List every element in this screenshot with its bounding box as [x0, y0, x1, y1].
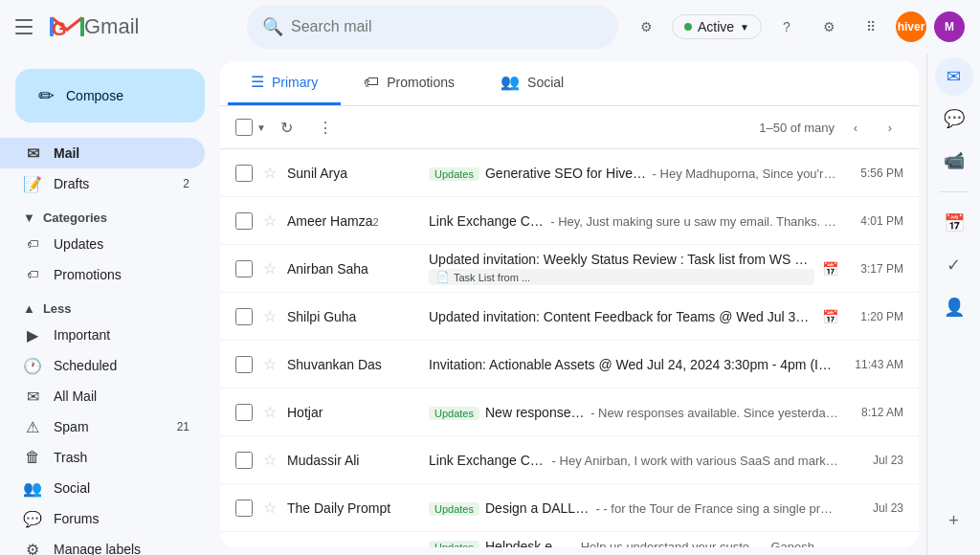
sidebar-item-mail[interactable]: ✉ Mail [0, 138, 205, 168]
active-status[interactable]: Active ▼ [672, 14, 762, 39]
sidebar-item-label: Manage labels [54, 542, 141, 555]
tab-promotions[interactable]: 🏷 Promotions [341, 62, 478, 105]
email-sender: Ameer Hamza2 [287, 213, 421, 229]
email-row[interactable]: ☆ Ameer Hamza2 Link Exchange Collaborati… [220, 197, 919, 245]
email-subject: Invitation: Actionable Assets @ Wed Jul … [429, 357, 838, 372]
email-time: 5:56 PM [846, 166, 903, 180]
email-row[interactable]: ☆ Hotjar Updates New responses available… [220, 388, 919, 436]
row-checkbox[interactable] [235, 260, 253, 278]
sidebar-item-label: Trash [54, 450, 87, 465]
sidebar-item-trash[interactable]: 🗑 Trash [0, 442, 205, 473]
compose-button[interactable]: ✏ Compose [15, 69, 205, 122]
email-time: 3:17 PM [846, 262, 903, 276]
email-subject: Updated invitation: Content Feedback for… [429, 309, 814, 324]
rp-tasks-icon[interactable]: ✓ [935, 246, 973, 284]
row-checkbox[interactable] [235, 452, 253, 469]
email-content-line: Updates New responses available. - New r… [429, 405, 838, 420]
email-sender: Shuvankan Das [287, 357, 421, 372]
settings-icon[interactable]: ⚙ [812, 10, 846, 44]
sidebar-item-updates[interactable]: 🏷 Updates [0, 229, 205, 259]
email-row[interactable]: ☆ Sunil Arya Updates Generative SEO for … [220, 149, 919, 197]
more-options-button[interactable]: ⋮ [308, 110, 343, 144]
email-preview: - Hey, Just making sure u saw my email. … [550, 214, 838, 229]
email-row[interactable]: ☆ Shuvankan Das Invitation: Actionable A… [220, 341, 919, 388]
email-content: Updates New responses available. - New r… [429, 399, 838, 426]
chevron-down-icon: ▼ [23, 211, 35, 225]
rp-mail-icon[interactable]: ✉ [935, 57, 973, 96]
row-checkbox[interactable] [235, 500, 253, 517]
star-icon[interactable]: ☆ [260, 307, 279, 326]
star-icon[interactable]: ☆ [260, 451, 279, 470]
sidebar-item-social[interactable]: 👥 Social [0, 473, 205, 503]
search-bar[interactable]: 🔍 [247, 5, 618, 49]
row-checkbox[interactable] [235, 547, 253, 548]
user-avatar[interactable]: M [934, 11, 965, 42]
help-icon[interactable]: ? [769, 10, 804, 44]
doc-icon: 📄 [436, 271, 450, 283]
email-time: Jul 23 [846, 501, 903, 515]
sidebar-item-allmail[interactable]: ✉ All Mail [0, 381, 205, 411]
email-tag: Updates [429, 167, 479, 181]
drafts-count: 2 [183, 177, 189, 190]
compose-icon: ✏ [38, 84, 55, 107]
row-checkbox[interactable] [235, 356, 253, 373]
apps-icon[interactable]: ⠿ [854, 10, 888, 44]
tab-social[interactable]: 👥 Social [478, 61, 587, 105]
row-checkbox[interactable] [235, 212, 253, 230]
email-content: Updates Helpdesk efficien... - Help us u… [429, 533, 838, 547]
email-sender: Shilpi Guha [287, 309, 421, 324]
email-row[interactable]: ☆ Shilpi Guha Updated invitation: Conten… [220, 293, 919, 341]
sidebar: ✏ Compose ✉ Mail 📝 Drafts 2 ▼ Categories… [0, 54, 220, 555]
refresh-button[interactable]: ↻ [270, 110, 304, 144]
spam-count: 21 [177, 420, 189, 433]
rp-calendar-icon[interactable]: 📅 [935, 204, 973, 242]
star-icon[interactable]: ☆ [260, 164, 279, 183]
hiver-avatar[interactable]: hiver [896, 11, 926, 42]
less-section[interactable]: ▲ Less [0, 294, 220, 320]
email-row[interactable]: ☆ The Daily Prompt Updates Design a DALL… [220, 484, 919, 532]
email-content-line: Invitation: Actionable Assets @ Wed Jul … [429, 357, 838, 372]
row-checkbox[interactable] [235, 308, 253, 325]
categories-section[interactable]: ▼ Categories [0, 203, 220, 229]
sidebar-item-drafts[interactable]: 📝 Drafts 2 [0, 168, 205, 199]
email-row[interactable]: ☆ Anirban Saha Updated invitation: Weekl… [220, 245, 919, 293]
sidebar-item-scheduled[interactable]: 🕐 Scheduled [0, 350, 205, 381]
sidebar-item-forums[interactable]: 💬 Forums [0, 503, 205, 534]
select-dropdown-icon[interactable]: ▼ [256, 122, 266, 133]
email-row[interactable]: ☆ Ganesh Mukundan (Go. Updates Helpdesk … [220, 532, 919, 547]
rp-contacts-icon[interactable]: 👤 [935, 288, 973, 326]
email-sender: Mudassir Ali [287, 453, 421, 468]
sidebar-item-manage-labels[interactable]: ⚙ Manage labels [0, 534, 205, 555]
next-page-button[interactable]: › [877, 114, 903, 141]
star-icon[interactable]: ☆ [260, 259, 279, 278]
email-time: Jul 23 [846, 454, 903, 467]
star-icon[interactable]: ☆ [260, 546, 279, 548]
star-icon[interactable]: ☆ [260, 403, 279, 422]
tab-primary[interactable]: ☰ Primary [228, 61, 341, 105]
email-row[interactable]: ☆ Mudassir Ali Link Exchange Collaborati… [220, 436, 919, 484]
email-tag: Updates [429, 541, 479, 547]
trash-icon: 🗑 [23, 448, 42, 467]
chevron-up-icon: ▲ [23, 301, 35, 316]
star-icon[interactable]: ☆ [260, 211, 279, 231]
sidebar-item-spam[interactable]: ⚠ Spam 21 [0, 411, 205, 442]
rp-meet-icon[interactable]: 📹 [935, 142, 973, 180]
promo-icon: 🏷 [23, 265, 42, 284]
spam-icon: ⚠ [23, 417, 42, 436]
filter-icon[interactable]: ⚙ [630, 10, 664, 44]
select-all-checkbox[interactable] [235, 119, 253, 136]
tab-label: Promotions [387, 75, 455, 90]
hamburger-menu[interactable] [15, 15, 38, 38]
sidebar-item-important[interactable]: ▶ Important [0, 320, 205, 350]
search-input[interactable] [291, 18, 603, 35]
sidebar-item-promotions[interactable]: 🏷 Promotions [0, 259, 205, 290]
rp-add-icon[interactable]: + [935, 501, 973, 540]
prev-page-button[interactable]: ‹ [842, 114, 869, 141]
star-icon[interactable]: ☆ [260, 355, 279, 374]
star-icon[interactable]: ☆ [260, 499, 279, 518]
tag-icon: 🏷 [23, 234, 42, 254]
rp-chat-icon[interactable]: 💬 [935, 100, 973, 138]
email-toolbar: ▼ ↻ ⋮ 1–50 of many ‹ › [220, 106, 919, 149]
row-checkbox[interactable] [235, 165, 253, 182]
row-checkbox[interactable] [235, 404, 253, 421]
